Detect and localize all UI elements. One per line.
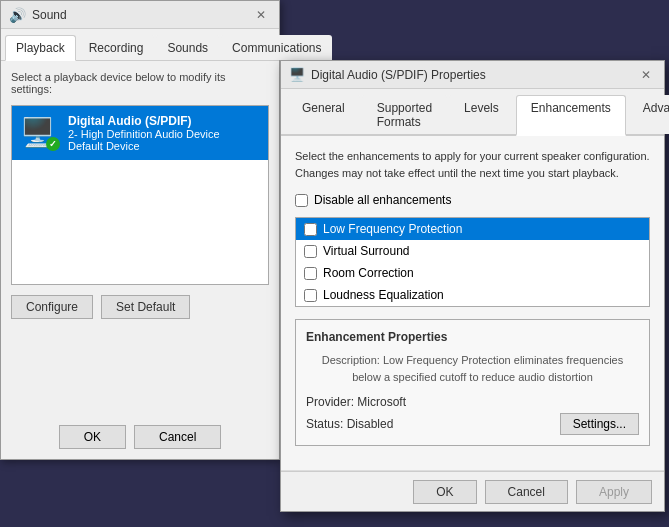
sound-description: Select a playback device below to modify… xyxy=(11,71,269,95)
enhancement-item-virtual-surround[interactable]: Virtual Surround xyxy=(296,240,649,262)
props-icon: 🖥️ xyxy=(289,67,305,82)
props-dialog: 🖥️ Digital Audio (S/PDIF) Properties ✕ G… xyxy=(280,60,665,512)
props-title: Digital Audio (S/PDIF) Properties xyxy=(311,68,486,82)
tab-supported-formats[interactable]: Supported Formats xyxy=(362,95,447,134)
loudness-label: Loudness Equalization xyxy=(323,288,444,302)
titlebar-left: 🔊 Sound xyxy=(9,7,67,23)
device-sub1: 2- High Definition Audio Device xyxy=(68,128,260,140)
enhancement-properties-title: Enhancement Properties xyxy=(306,330,639,344)
enhancement-list[interactable]: Low Frequency Protection Virtual Surroun… xyxy=(295,217,650,307)
room-correction-label: Room Correction xyxy=(323,266,414,280)
tab-enhancements[interactable]: Enhancements xyxy=(516,95,626,136)
enhancement-item-room-correction[interactable]: Room Correction xyxy=(296,262,649,284)
sound-window: 🔊 Sound ✕ Playback Recording Sounds Comm… xyxy=(0,0,280,460)
sound-cancel-button[interactable]: Cancel xyxy=(134,425,221,449)
enhancement-item-low-freq[interactable]: Low Frequency Protection xyxy=(296,218,649,240)
low-freq-label: Low Frequency Protection xyxy=(323,222,462,236)
room-correction-checkbox[interactable] xyxy=(304,267,317,280)
disable-all-checkbox[interactable] xyxy=(295,194,308,207)
set-default-button[interactable]: Set Default xyxy=(101,295,190,319)
virtual-surround-label: Virtual Surround xyxy=(323,244,410,258)
device-name: Digital Audio (S/PDIF) xyxy=(68,114,260,128)
sound-ok-cancel: OK Cancel xyxy=(1,425,279,449)
configure-button[interactable]: Configure xyxy=(11,295,93,319)
sound-ok-button[interactable]: OK xyxy=(59,425,126,449)
settings-button[interactable]: Settings... xyxy=(560,413,639,435)
sound-close-button[interactable]: ✕ xyxy=(251,5,271,25)
loudness-checkbox[interactable] xyxy=(304,289,317,302)
props-tabs-bar: General Supported Formats Levels Enhance… xyxy=(281,89,664,136)
sound-icon: 🔊 xyxy=(9,7,26,23)
props-close-button[interactable]: ✕ xyxy=(636,65,656,85)
sound-content: Select a playback device below to modify… xyxy=(1,61,279,329)
device-info: Digital Audio (S/PDIF) 2- High Definitio… xyxy=(68,114,260,152)
dialog-cancel-button[interactable]: Cancel xyxy=(485,480,568,504)
status-text: Status: Disabled xyxy=(306,417,393,431)
tab-playback[interactable]: Playback xyxy=(5,35,76,61)
tab-recording[interactable]: Recording xyxy=(78,35,155,60)
sound-buttons: Configure Set Default xyxy=(11,295,269,319)
device-sub2: Default Device xyxy=(68,140,260,152)
tab-advanced[interactable]: Advanced xyxy=(628,95,669,134)
props-titlebar: 🖥️ Digital Audio (S/PDIF) Properties ✕ xyxy=(281,61,664,89)
tab-communications[interactable]: Communications xyxy=(221,35,332,60)
sound-window-title: Sound xyxy=(32,8,67,22)
tab-sounds[interactable]: Sounds xyxy=(156,35,219,60)
provider-row: Provider: Microsoft xyxy=(306,395,639,409)
virtual-surround-checkbox[interactable] xyxy=(304,245,317,258)
default-check-badge: ✓ xyxy=(46,137,60,151)
enhancement-item-loudness[interactable]: Loudness Equalization xyxy=(296,284,649,306)
enhancement-properties-box: Enhancement Properties Description: Low … xyxy=(295,319,650,446)
dialog-ok-button[interactable]: OK xyxy=(413,480,476,504)
disable-all-row: Disable all enhancements xyxy=(295,193,650,207)
sound-titlebar: 🔊 Sound ✕ xyxy=(1,1,279,29)
props-content: Select the enhancements to apply for you… xyxy=(281,136,664,470)
props-description: Select the enhancements to apply for you… xyxy=(295,148,650,181)
disable-all-label: Disable all enhancements xyxy=(314,193,451,207)
tab-general[interactable]: General xyxy=(287,95,360,134)
enhancement-properties-description: Description: Low Frequency Protection el… xyxy=(306,352,639,385)
device-item-digital-audio[interactable]: 🖥️ ✓ Digital Audio (S/PDIF) 2- High Defi… xyxy=(12,106,268,160)
device-list[interactable]: 🖥️ ✓ Digital Audio (S/PDIF) 2- High Defi… xyxy=(11,105,269,285)
low-freq-checkbox[interactable] xyxy=(304,223,317,236)
status-row: Status: Disabled Settings... xyxy=(306,413,639,435)
dialog-apply-button[interactable]: Apply xyxy=(576,480,652,504)
sound-tabs-bar: Playback Recording Sounds Communications xyxy=(1,29,279,61)
dialog-bottom-bar: OK Cancel Apply xyxy=(281,471,664,511)
props-titlebar-left: 🖥️ Digital Audio (S/PDIF) Properties xyxy=(289,67,486,82)
device-icon-wrap: 🖥️ ✓ xyxy=(20,116,60,151)
tab-levels[interactable]: Levels xyxy=(449,95,514,134)
